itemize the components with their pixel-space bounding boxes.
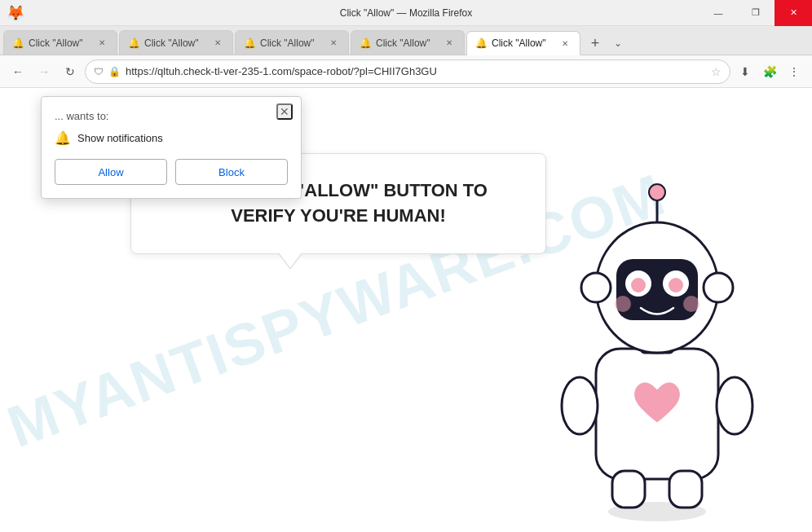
svg-point-2	[562, 377, 598, 434]
tab-close-2[interactable]: ✕	[211, 37, 224, 50]
notification-label: Show notifications	[77, 132, 163, 144]
robot-svg	[535, 153, 779, 528]
bell-icon: 🔔	[55, 130, 71, 146]
tab-label-3: Click "Allow"	[260, 37, 322, 49]
tab-close-5[interactable]: ✕	[558, 37, 571, 50]
restore-button[interactable]: ❐	[737, 0, 774, 26]
tab-3[interactable]: 🔔 Click "Allow" ✕	[235, 30, 349, 55]
tab-label-2: Click "Allow"	[144, 37, 206, 49]
popup-close-button[interactable]: ✕	[276, 103, 293, 120]
block-button[interactable]: Block	[175, 159, 288, 185]
tab-favicon-4: 🔔	[360, 37, 371, 49]
address-bar[interactable]: 🛡 🔒 https://qltuh.check-tl-ver-235-1.com…	[85, 59, 730, 84]
firefox-logo: 🦊	[7, 4, 24, 22]
notification-popup: ✕ ... wants to: 🔔 Show notifications All…	[41, 96, 302, 199]
svg-point-14	[669, 278, 683, 292]
tab-close-3[interactable]: ✕	[327, 37, 340, 50]
more-tools-button[interactable]: ⋮	[783, 60, 805, 83]
titlebar-controls: — ❐ ✕	[699, 0, 812, 26]
forward-button[interactable]: →	[33, 60, 55, 83]
tab-close-4[interactable]: ✕	[443, 37, 456, 50]
downloads-button[interactable]: ⬇	[734, 60, 757, 83]
page-content: MYANTISPYWARE.COM ✕ ... wants to: 🔔 Show…	[0, 88, 812, 532]
tab-favicon-2: 🔔	[128, 37, 139, 49]
svg-point-17	[615, 296, 631, 312]
svg-point-3	[717, 377, 752, 434]
tab-label-5: Click "Allow"	[492, 37, 554, 49]
tab-favicon-3: 🔔	[244, 37, 255, 49]
tab-1[interactable]: 🔔 Click "Allow" ✕	[3, 30, 117, 55]
tab-label-1: Click "Allow"	[29, 37, 90, 49]
tab-favicon-1: 🔔	[12, 37, 24, 49]
tab-close-1[interactable]: ✕	[95, 37, 108, 50]
tab-label-4: Click "Allow"	[376, 37, 438, 49]
tab-2[interactable]: 🔔 Click "Allow" ✕	[119, 30, 233, 55]
url-text: https://qltuh.check-tl-ver-235-1.com/spa…	[126, 65, 703, 77]
robot-illustration	[535, 153, 779, 528]
lock-icon: 🔒	[108, 66, 121, 77]
close-button[interactable]: ✕	[774, 0, 812, 26]
tab-favicon-5: 🔔	[475, 37, 487, 49]
tab-4[interactable]: 🔔 Click "Allow" ✕	[351, 30, 465, 55]
popup-buttons: Allow Block	[55, 159, 288, 185]
popup-wants-text: ... wants to:	[55, 110, 288, 122]
titlebar: 🦊 Click "Allow" — Mozilla Firefox — ❐ ✕	[0, 0, 812, 26]
titlebar-title: Click "Allow" — Mozilla Firefox	[340, 7, 473, 19]
navbar-actions: ⬇ 🧩 ⋮	[734, 60, 805, 83]
tab-overflow-button[interactable]: ⌄	[607, 32, 629, 55]
svg-rect-5	[669, 471, 702, 508]
extensions-button[interactable]: 🧩	[758, 60, 781, 83]
svg-point-12	[631, 278, 646, 292]
titlebar-left: 🦊	[7, 4, 24, 22]
svg-rect-4	[612, 471, 645, 508]
notification-row: 🔔 Show notifications	[55, 130, 288, 146]
allow-button[interactable]: Allow	[55, 159, 167, 185]
svg-point-16	[704, 273, 733, 302]
svg-point-9	[649, 184, 665, 200]
shield-icon: 🛡	[94, 66, 104, 77]
svg-point-15	[581, 273, 611, 302]
tabbar: 🔔 Click "Allow" ✕ 🔔 Click "Allow" ✕ 🔔 Cl…	[0, 26, 812, 55]
reload-button[interactable]: ↻	[59, 60, 82, 83]
back-button[interactable]: ←	[7, 60, 29, 83]
minimize-button[interactable]: —	[699, 0, 737, 26]
svg-point-18	[683, 296, 699, 312]
new-tab-button[interactable]: +	[584, 32, 607, 55]
bookmark-star-icon[interactable]: ☆	[711, 65, 722, 78]
navbar: ← → ↻ 🛡 🔒 https://qltuh.check-tl-ver-235…	[0, 55, 812, 88]
tab-5-active[interactable]: 🔔 Click "Allow" ✕	[466, 31, 580, 55]
